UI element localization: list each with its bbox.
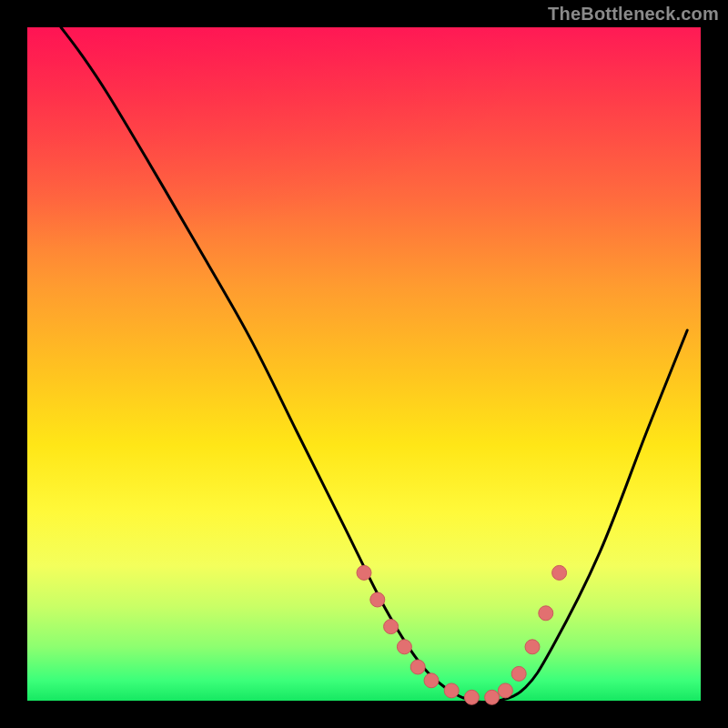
highlight-point <box>410 660 425 674</box>
highlight-point <box>397 640 411 654</box>
highlight-point <box>384 620 399 634</box>
watermark-text: TheBottleneck.com <box>548 4 719 25</box>
chart-svg <box>27 27 701 701</box>
highlight-point <box>444 683 459 698</box>
highlight-point <box>511 666 526 681</box>
highlight-point <box>498 683 512 698</box>
chart-outer-frame: TheBottleneck.com <box>0 0 728 728</box>
highlight-point <box>370 592 385 607</box>
highlight-point <box>552 565 567 580</box>
highlight-point <box>485 690 500 704</box>
highlight-point <box>464 690 479 704</box>
highlighted-points <box>357 565 567 704</box>
highlight-point <box>357 565 371 580</box>
highlight-point <box>525 640 540 654</box>
highlight-point <box>539 606 553 621</box>
highlight-point <box>424 673 439 688</box>
